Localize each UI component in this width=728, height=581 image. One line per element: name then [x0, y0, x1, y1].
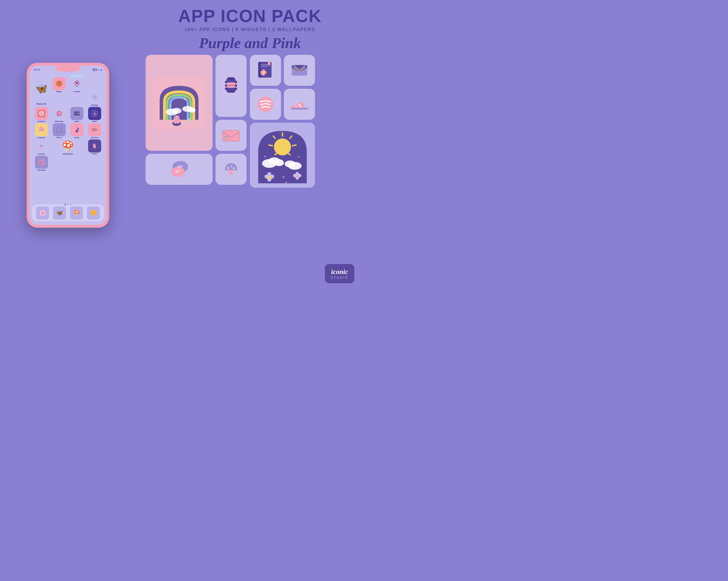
svg-point-135: [268, 175, 271, 179]
icon-envelope: ★ ★ ♥: [215, 120, 246, 151]
app-settings[interactable]: Settings: [86, 91, 103, 106]
status-time: 11:11: [33, 68, 40, 71]
svg-point-90: [227, 167, 229, 169]
svg-rect-37: [43, 162, 44, 163]
svg-rect-62: [227, 91, 235, 93]
app-label-instagram: Instagram: [37, 120, 45, 122]
app-label-widgetsmith2: Widgetsmith: [63, 153, 73, 155]
brand-name: iconic: [331, 268, 348, 276]
app-calculator[interactable]: Calculator: [33, 156, 50, 171]
svg-text:♥: ♥: [193, 113, 195, 115]
subtitle-line: 160+ APP ICONS | 6 WIDGETS | 3 WALLPAPER…: [146, 27, 354, 32]
svg-point-133: [267, 172, 271, 176]
svg-rect-86: [175, 170, 180, 171]
svg-point-26: [57, 130, 58, 130]
svg-rect-98: [258, 62, 261, 78]
svg-text:♥: ♥: [166, 114, 167, 117]
svg-rect-84: [177, 166, 183, 166]
svg-line-117: [292, 145, 296, 146]
signal-icon: ▐▐▐: [92, 68, 97, 71]
svg-point-141: [296, 174, 299, 177]
app-phone[interactable]: Phone: [51, 123, 68, 138]
dock-item-3[interactable]: 🍄: [70, 206, 83, 219]
main-icon-grid: ★ ★ ♥ ♥: [146, 55, 246, 188]
svg-point-92: [233, 167, 235, 169]
svg-point-31: [42, 144, 42, 144]
brand-subtitle: STUDIO: [331, 276, 348, 279]
svg-rect-85: [177, 167, 182, 168]
svg-rect-100: [261, 66, 268, 67]
svg-point-7: [76, 82, 78, 84]
icon-mushroom: ★ ★: [215, 154, 246, 185]
icons-showcase: ★ ★ ♥ ♥: [146, 55, 354, 188]
icon-film-roll: PHOTOS: [215, 55, 246, 117]
dock-item-2[interactable]: 🦋: [53, 206, 66, 219]
phone-frame: 11:11 ▐▐▐ ▲ ▬ 🦋 Widgetsmith: [27, 63, 109, 228]
svg-point-49: [175, 117, 176, 118]
app-label-tiktok: tikTok: [74, 137, 79, 138]
app-cupcake[interactable]: Cupcake: [33, 139, 50, 155]
icon-notebook: [250, 55, 281, 86]
svg-point-56: [188, 120, 190, 122]
app-label-snapchat: Snapchat: [37, 137, 45, 138]
svg-rect-61: [227, 77, 235, 80]
app-label-calculator: Calculator: [37, 169, 45, 171]
svg-point-50: [177, 118, 179, 119]
svg-point-79: [225, 137, 227, 139]
svg-rect-4: [57, 82, 61, 83]
svg-rect-72: [223, 131, 239, 141]
svg-rect-16: [78, 113, 79, 114]
icon-chat-bubbles: [146, 154, 213, 185]
svg-point-45: [188, 108, 196, 112]
svg-point-43: [172, 108, 182, 114]
icon-rainbow-arch: ★ ★ ♥ ♥: [146, 55, 213, 151]
app-snapchat[interactable]: Snapchat: [33, 123, 50, 138]
app-label-location: Location: [73, 91, 80, 92]
app-widgetsmith-mushroom[interactable]: 🍄 Widgetsmith: [51, 139, 85, 155]
svg-rect-39: [41, 163, 42, 164]
app-facetime[interactable]: FaceTime: [86, 123, 103, 138]
svg-line-119: [269, 145, 272, 146]
svg-text:★: ★: [263, 155, 267, 159]
phone-section: 11:11 ▐▐▐ ▲ ▬ 🦋 Widgetsmith: [0, 0, 136, 290]
svg-point-93: [227, 169, 235, 172]
svg-rect-38: [40, 163, 41, 164]
app-whatsapp[interactable]: WhatsApp: [51, 107, 68, 122]
svg-text:★: ★: [282, 174, 285, 179]
svg-rect-68: [234, 88, 237, 90]
phone-screen: 11:11 ▐▐▐ ▲ ▬ 🦋 Widgetsmith: [30, 66, 106, 225]
app-label-wallet: Wallet: [74, 120, 79, 122]
app-wallet[interactable]: Wallet: [69, 107, 85, 122]
svg-text:PHOTOS: PHOTOS: [227, 84, 235, 87]
svg-rect-9: [37, 110, 45, 117]
brand-box: iconic STUDIO: [325, 264, 354, 283]
dock-item-4[interactable]: 🌼: [87, 206, 100, 219]
svg-text:★: ★: [234, 162, 236, 165]
svg-text:♥: ♥: [285, 181, 287, 184]
svg-point-107: [261, 73, 263, 75]
app-widgetsmith-butterfly[interactable]: 🦋 Widgetsmith: [33, 75, 50, 106]
svg-rect-87: [175, 172, 179, 173]
app-instagram[interactable]: Instagram: [33, 107, 50, 122]
cursive-title: Purple and Pink: [146, 35, 354, 51]
status-bar: 11:11 ▐▐▐ ▲ ▬: [30, 67, 106, 72]
app-safari[interactable]: Safari: [86, 107, 103, 122]
battery-icon: ▬: [100, 68, 102, 71]
svg-rect-5: [57, 83, 61, 84]
app-tiktok[interactable]: tikTok: [69, 123, 85, 138]
app-label-phone: Phone: [56, 137, 62, 138]
svg-text:★: ★: [169, 104, 172, 107]
right-section: APP ICON PACK 160+ APP ICONS | 6 WIDGETS…: [136, 0, 364, 290]
svg-rect-28: [92, 128, 96, 132]
svg-text:★: ★: [297, 155, 301, 159]
app-label-cupcake: Cupcake: [38, 153, 45, 155]
svg-marker-29: [96, 128, 98, 131]
app-label-widgetsmith: Widgetsmith: [36, 103, 47, 105]
svg-rect-35: [40, 162, 41, 163]
app-label-netflix: Netflix: [92, 153, 97, 155]
app-netflix[interactable]: Netflix: [86, 139, 103, 155]
dock-item-1[interactable]: 🌸: [36, 206, 49, 219]
wifi-icon: ▲: [97, 68, 100, 71]
svg-point-27: [60, 130, 61, 130]
icon-sneaker: [284, 89, 315, 120]
